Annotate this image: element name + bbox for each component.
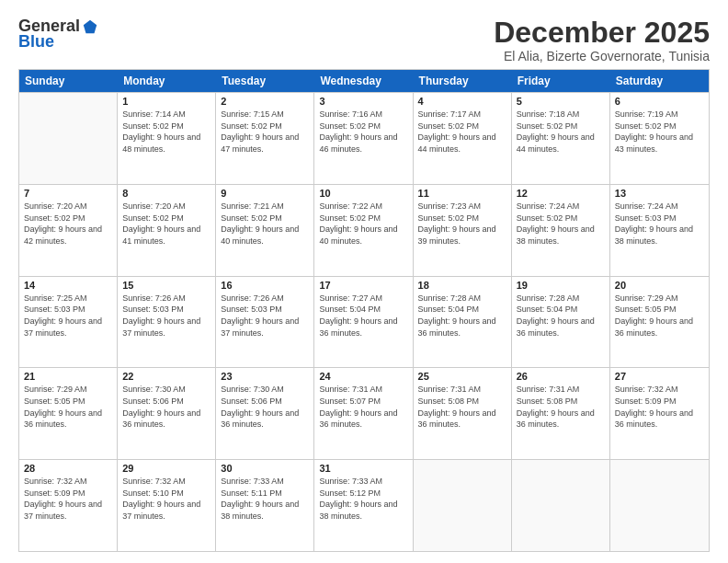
cell-date-number: 28 bbox=[24, 463, 112, 474]
calendar-cell: 31Sunrise: 7:33 AMSunset: 5:12 PMDayligh… bbox=[314, 460, 413, 551]
cell-date-number: 14 bbox=[24, 280, 112, 291]
calendar-cell: 17Sunrise: 7:27 AMSunset: 5:04 PMDayligh… bbox=[314, 277, 413, 368]
cell-date-number: 27 bbox=[615, 371, 704, 382]
cell-date-number: 21 bbox=[24, 371, 112, 382]
cell-date-number: 22 bbox=[122, 371, 210, 382]
cell-sun-info: Sunrise: 7:31 AMSunset: 5:07 PMDaylight:… bbox=[319, 384, 407, 430]
calendar-header-cell: Wednesday bbox=[314, 70, 413, 92]
calendar-cell: 12Sunrise: 7:24 AMSunset: 5:02 PMDayligh… bbox=[512, 185, 610, 276]
calendar-week-row: 7Sunrise: 7:20 AMSunset: 5:02 PMDaylight… bbox=[19, 184, 709, 276]
calendar-cell bbox=[19, 93, 118, 184]
cell-date-number: 19 bbox=[517, 280, 605, 291]
title-block: December 2025 El Alia, Bizerte Governora… bbox=[494, 17, 710, 63]
calendar-header-cell: Tuesday bbox=[216, 70, 314, 92]
calendar-week-row: 21Sunrise: 7:29 AMSunset: 5:05 PMDayligh… bbox=[19, 367, 709, 459]
cell-sun-info: Sunrise: 7:18 AMSunset: 5:02 PMDaylight:… bbox=[517, 109, 605, 155]
cell-sun-info: Sunrise: 7:28 AMSunset: 5:04 PMDaylight:… bbox=[418, 293, 506, 339]
cell-sun-info: Sunrise: 7:26 AMSunset: 5:03 PMDaylight:… bbox=[122, 293, 210, 339]
calendar-week-row: 14Sunrise: 7:25 AMSunset: 5:03 PMDayligh… bbox=[19, 276, 709, 368]
svg-marker-0 bbox=[84, 19, 97, 32]
calendar-cell: 13Sunrise: 7:24 AMSunset: 5:03 PMDayligh… bbox=[610, 185, 709, 276]
calendar-cell: 22Sunrise: 7:30 AMSunset: 5:06 PMDayligh… bbox=[118, 368, 216, 459]
cell-sun-info: Sunrise: 7:17 AMSunset: 5:02 PMDaylight:… bbox=[418, 109, 506, 155]
calendar: SundayMondayTuesdayWednesdayThursdayFrid… bbox=[18, 69, 710, 552]
calendar-cell: 11Sunrise: 7:23 AMSunset: 5:02 PMDayligh… bbox=[414, 185, 512, 276]
cell-date-number: 3 bbox=[319, 96, 407, 107]
calendar-header-cell: Monday bbox=[118, 70, 216, 92]
calendar-header-row: SundayMondayTuesdayWednesdayThursdayFrid… bbox=[19, 70, 709, 92]
calendar-header-cell: Thursday bbox=[414, 70, 512, 92]
calendar-cell: 6Sunrise: 7:19 AMSunset: 5:02 PMDaylight… bbox=[610, 93, 709, 184]
calendar-cell: 30Sunrise: 7:33 AMSunset: 5:11 PMDayligh… bbox=[216, 460, 314, 551]
cell-sun-info: Sunrise: 7:27 AMSunset: 5:04 PMDaylight:… bbox=[319, 293, 407, 339]
cell-sun-info: Sunrise: 7:30 AMSunset: 5:06 PMDaylight:… bbox=[221, 384, 309, 430]
calendar-cell: 27Sunrise: 7:32 AMSunset: 5:09 PMDayligh… bbox=[610, 368, 709, 459]
page-title: December 2025 bbox=[494, 17, 710, 49]
calendar-cell: 20Sunrise: 7:29 AMSunset: 5:05 PMDayligh… bbox=[610, 277, 709, 368]
cell-sun-info: Sunrise: 7:26 AMSunset: 5:03 PMDaylight:… bbox=[221, 293, 309, 339]
cell-date-number: 9 bbox=[221, 188, 309, 199]
cell-sun-info: Sunrise: 7:32 AMSunset: 5:09 PMDaylight:… bbox=[24, 476, 112, 522]
calendar-week-row: 1Sunrise: 7:14 AMSunset: 5:02 PMDaylight… bbox=[19, 92, 709, 184]
calendar-header-cell: Saturday bbox=[610, 70, 709, 92]
cell-sun-info: Sunrise: 7:33 AMSunset: 5:12 PMDaylight:… bbox=[319, 476, 407, 522]
calendar-cell: 2Sunrise: 7:15 AMSunset: 5:02 PMDaylight… bbox=[216, 93, 314, 184]
calendar-header-cell: Sunday bbox=[19, 70, 118, 92]
calendar-cell: 16Sunrise: 7:26 AMSunset: 5:03 PMDayligh… bbox=[216, 277, 314, 368]
cell-sun-info: Sunrise: 7:28 AMSunset: 5:04 PMDaylight:… bbox=[517, 293, 605, 339]
cell-sun-info: Sunrise: 7:25 AMSunset: 5:03 PMDaylight:… bbox=[24, 293, 112, 339]
cell-date-number: 29 bbox=[122, 463, 210, 474]
calendar-cell: 15Sunrise: 7:26 AMSunset: 5:03 PMDayligh… bbox=[118, 277, 216, 368]
cell-sun-info: Sunrise: 7:16 AMSunset: 5:02 PMDaylight:… bbox=[319, 109, 407, 155]
cell-date-number: 2 bbox=[221, 96, 309, 107]
calendar-cell: 29Sunrise: 7:32 AMSunset: 5:10 PMDayligh… bbox=[118, 460, 216, 551]
cell-sun-info: Sunrise: 7:32 AMSunset: 5:10 PMDaylight:… bbox=[122, 476, 210, 522]
cell-sun-info: Sunrise: 7:22 AMSunset: 5:02 PMDaylight:… bbox=[319, 201, 407, 247]
cell-date-number: 4 bbox=[418, 96, 506, 107]
cell-date-number: 13 bbox=[615, 188, 704, 199]
cell-sun-info: Sunrise: 7:29 AMSunset: 5:05 PMDaylight:… bbox=[615, 293, 704, 339]
calendar-cell: 3Sunrise: 7:16 AMSunset: 5:02 PMDaylight… bbox=[314, 93, 413, 184]
cell-date-number: 24 bbox=[319, 371, 407, 382]
calendar-cell: 9Sunrise: 7:21 AMSunset: 5:02 PMDaylight… bbox=[216, 185, 314, 276]
calendar-cell bbox=[512, 460, 610, 551]
cell-date-number: 18 bbox=[418, 280, 506, 291]
cell-date-number: 1 bbox=[122, 96, 210, 107]
cell-date-number: 7 bbox=[24, 188, 112, 199]
header: General Blue December 2025 El Alia, Bize… bbox=[18, 17, 710, 63]
cell-sun-info: Sunrise: 7:29 AMSunset: 5:05 PMDaylight:… bbox=[24, 384, 112, 430]
cell-date-number: 11 bbox=[418, 188, 506, 199]
cell-sun-info: Sunrise: 7:23 AMSunset: 5:02 PMDaylight:… bbox=[418, 201, 506, 247]
calendar-cell: 26Sunrise: 7:31 AMSunset: 5:08 PMDayligh… bbox=[512, 368, 610, 459]
cell-sun-info: Sunrise: 7:31 AMSunset: 5:08 PMDaylight:… bbox=[517, 384, 605, 430]
cell-date-number: 8 bbox=[122, 188, 210, 199]
cell-sun-info: Sunrise: 7:21 AMSunset: 5:02 PMDaylight:… bbox=[221, 201, 309, 247]
logo-flag-icon bbox=[82, 18, 98, 35]
calendar-cell: 18Sunrise: 7:28 AMSunset: 5:04 PMDayligh… bbox=[414, 277, 512, 368]
calendar-cell: 24Sunrise: 7:31 AMSunset: 5:07 PMDayligh… bbox=[314, 368, 413, 459]
calendar-cell: 25Sunrise: 7:31 AMSunset: 5:08 PMDayligh… bbox=[414, 368, 512, 459]
calendar-body: 1Sunrise: 7:14 AMSunset: 5:02 PMDaylight… bbox=[19, 92, 709, 551]
cell-sun-info: Sunrise: 7:20 AMSunset: 5:02 PMDaylight:… bbox=[122, 201, 210, 247]
cell-sun-info: Sunrise: 7:30 AMSunset: 5:06 PMDaylight:… bbox=[122, 384, 210, 430]
cell-sun-info: Sunrise: 7:19 AMSunset: 5:02 PMDaylight:… bbox=[615, 109, 704, 155]
cell-sun-info: Sunrise: 7:15 AMSunset: 5:02 PMDaylight:… bbox=[221, 109, 309, 155]
calendar-cell: 10Sunrise: 7:22 AMSunset: 5:02 PMDayligh… bbox=[314, 185, 413, 276]
cell-sun-info: Sunrise: 7:32 AMSunset: 5:09 PMDaylight:… bbox=[615, 384, 704, 430]
cell-date-number: 16 bbox=[221, 280, 309, 291]
calendar-cell: 23Sunrise: 7:30 AMSunset: 5:06 PMDayligh… bbox=[216, 368, 314, 459]
cell-date-number: 30 bbox=[221, 463, 309, 474]
cell-date-number: 26 bbox=[517, 371, 605, 382]
cell-date-number: 10 bbox=[319, 188, 407, 199]
calendar-cell: 4Sunrise: 7:17 AMSunset: 5:02 PMDaylight… bbox=[414, 93, 512, 184]
calendar-cell bbox=[414, 460, 512, 551]
cell-date-number: 23 bbox=[221, 371, 309, 382]
calendar-cell: 7Sunrise: 7:20 AMSunset: 5:02 PMDaylight… bbox=[19, 185, 118, 276]
calendar-cell bbox=[610, 460, 709, 551]
cell-date-number: 6 bbox=[615, 96, 704, 107]
cell-date-number: 31 bbox=[319, 463, 407, 474]
cell-sun-info: Sunrise: 7:14 AMSunset: 5:02 PMDaylight:… bbox=[122, 109, 210, 155]
page: General Blue December 2025 El Alia, Bize… bbox=[0, 0, 728, 563]
cell-date-number: 25 bbox=[418, 371, 506, 382]
calendar-cell: 19Sunrise: 7:28 AMSunset: 5:04 PMDayligh… bbox=[512, 277, 610, 368]
